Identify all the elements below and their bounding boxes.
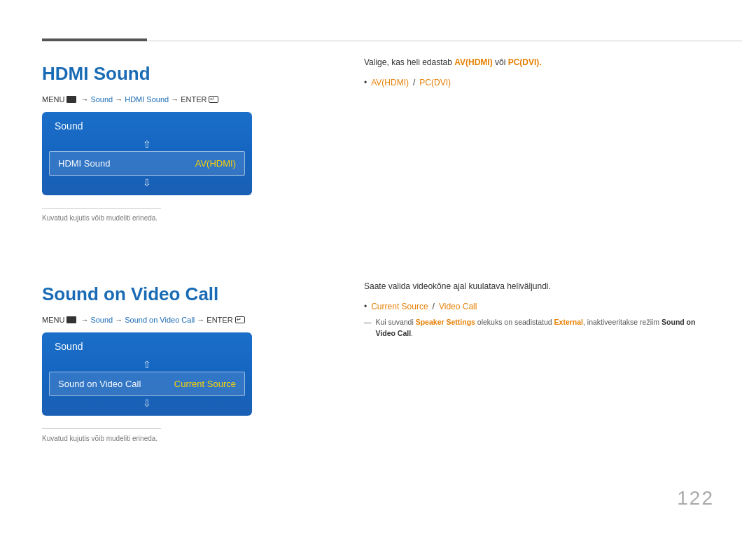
hdmi-sound-right: Valige, kas heli edastab AV(HDMI) või PC… — [308, 52, 714, 222]
hdmi-sound-title: HDMI Sound — [42, 63, 308, 85]
top-rule-full — [42, 41, 742, 41]
hdmi-right-intro: Valige, kas heli edastab AV(HDMI) või PC… — [364, 56, 714, 69]
menu-label: MENU — [42, 95, 64, 104]
video-call-right: Saate valida videokõne ajal kuulatava he… — [308, 273, 714, 442]
menu-path-vc-item: Sound on Video Call — [125, 316, 195, 324]
tv-box-down-arrow-vc: ⇩ — [42, 396, 252, 410]
menu-path-hdmi: HDMI Sound — [125, 95, 169, 104]
menu-path-sound: Sound — [90, 95, 113, 104]
tv-box-row-value-vc: Current Source — [174, 379, 236, 389]
menu-icon — [66, 96, 76, 103]
tv-box-header: Sound — [42, 118, 252, 137]
menu-enter-label: ENTER — [181, 95, 206, 104]
tv-box-row: HDMI Sound AV(HDMI) — [49, 151, 245, 176]
hdmi-divider — [42, 208, 161, 209]
hdmi-sound-menu-path: MENU → Sound → HDMI Sound → ENTER — [42, 95, 308, 104]
tv-box-row-label: HDMI Sound — [58, 158, 110, 169]
menu-icon-vc — [66, 316, 76, 323]
menu-path-sound-vc: Sound — [90, 316, 113, 324]
tv-box-row-vc: Sound on Video Call Current Source — [49, 372, 245, 396]
top-rule-accent — [42, 38, 147, 41]
hdmi-sound-tv-box: Sound ⇧ HDMI Sound AV(HDMI) ⇩ — [42, 112, 252, 195]
hdmi-sound-left: HDMI Sound MENU → Sound → HDMI Sound → E… — [42, 52, 308, 222]
tv-box-down-arrow: ⇩ — [42, 176, 252, 190]
hdmi-bullet-list: AV(HDMI) / PC(DVI) — [364, 76, 714, 89]
enter-icon-vc — [235, 316, 245, 323]
hdmi-footnote: Kuvatud kujutis võib mudeliti erineda. — [42, 214, 308, 222]
tv-box-row-label-vc: Sound on Video Call — [58, 379, 141, 389]
video-call-section: Sound on Video Call MENU → Sound → Sound… — [42, 273, 714, 442]
enter-icon — [209, 96, 218, 103]
vc-bullet-1: Current Source / Video Call — [364, 300, 714, 313]
vc-footnote: Kuvatud kujutis võib mudeliti erineda. — [42, 435, 308, 442]
vc-note: Kui suvandi Speaker Settings olekuks on … — [364, 317, 714, 339]
tv-box-header-vc: Sound — [42, 338, 252, 358]
hdmi-sound-section: HDMI Sound MENU → Sound → HDMI Sound → E… — [42, 52, 714, 222]
menu-label-vc: MENU — [42, 316, 64, 324]
page-container: HDMI Sound MENU → Sound → HDMI Sound → E… — [0, 0, 756, 534]
video-call-tv-box: Sound ⇧ Sound on Video Call Current Sour… — [42, 332, 252, 416]
tv-box-up-arrow: ⇧ — [42, 137, 252, 151]
vc-bullet-list: Current Source / Video Call — [364, 300, 714, 313]
page-number: 122 — [677, 487, 714, 510]
video-call-menu-path: MENU → Sound → Sound on Video Call → ENT… — [42, 316, 308, 324]
vc-divider — [42, 428, 161, 429]
tv-box-up-arrow-vc: ⇧ — [42, 358, 252, 372]
vc-right-intro: Saate valida videokõne ajal kuulatava he… — [364, 280, 714, 293]
tv-box-row-value: AV(HDMI) — [195, 158, 236, 169]
video-call-title: Sound on Video Call — [42, 283, 308, 305]
menu-enter-label-vc: ENTER — [206, 316, 232, 324]
video-call-left: Sound on Video Call MENU → Sound → Sound… — [42, 273, 308, 442]
hdmi-bullet-1: AV(HDMI) / PC(DVI) — [364, 76, 714, 89]
